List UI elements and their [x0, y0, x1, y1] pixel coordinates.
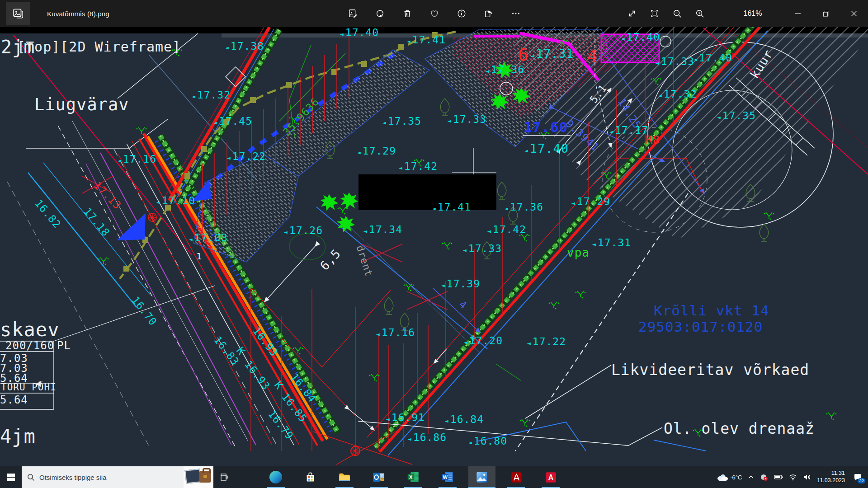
taskbar-app-acrobat[interactable] — [503, 466, 530, 488]
search-input[interactable]: Otsimiseks tippige siia — [22, 466, 213, 488]
drawing-label: ◄17.29 — [357, 145, 396, 157]
drawing-label: ◄17.26 — [284, 225, 323, 236]
drawing-label: ◄17.03 — [189, 232, 228, 244]
drawing-label: ◄17.42 — [399, 160, 438, 172]
share-button[interactable] — [481, 5, 497, 22]
drawing-label: ◄17.40 — [621, 31, 660, 43]
drawing-label: ◄17.39 — [441, 278, 480, 290]
briefcase-image — [199, 471, 211, 483]
rotate-icon — [375, 9, 385, 19]
sync-status-tray-icon[interactable] — [760, 473, 768, 481]
info-button[interactable] — [453, 5, 470, 22]
taskbar-app-word[interactable]: W — [434, 466, 461, 488]
excel-icon: X — [407, 471, 420, 483]
windows-logo-icon — [7, 474, 15, 481]
trash-icon — [402, 9, 412, 19]
battery-tray-icon[interactable] — [774, 474, 783, 480]
info-icon — [457, 9, 467, 19]
task-view-button[interactable] — [213, 466, 235, 488]
zoom-in-button[interactable] — [692, 5, 708, 22]
zoom-level[interactable]: 161% — [736, 0, 769, 27]
weather-widget[interactable]: -6°C — [717, 472, 742, 482]
drawing-label: skaev — [0, 319, 59, 341]
drawing-label: ◄17.31 — [592, 237, 631, 249]
photos-app-icon[interactable] — [6, 2, 30, 25]
taskbar-app-excel[interactable]: X — [400, 466, 427, 488]
drawing-label: 29503:017:0120 — [638, 319, 763, 335]
battery-icon — [774, 474, 783, 480]
speaker-icon — [803, 474, 811, 481]
taskbar-app-file-explorer[interactable] — [331, 466, 358, 488]
drawing-label: ◄17.22 — [227, 150, 266, 162]
drawing-label: ◄16.80 — [468, 435, 507, 447]
restore-icon — [823, 10, 830, 17]
rotate-button[interactable] — [372, 5, 388, 22]
drawing-label: ◄17.40 — [340, 27, 379, 38]
action-center-button[interactable]: 22 — [851, 470, 864, 484]
drawing-label: ◄17.16 — [376, 327, 415, 338]
notification-count-badge: 22 — [858, 478, 865, 483]
sync-error-icon — [760, 473, 768, 481]
drawing-label: 1 — [196, 251, 202, 262]
delete-button[interactable] — [399, 5, 415, 22]
wifi-icon — [789, 474, 797, 481]
weather-cloud-icon — [717, 472, 728, 482]
drawing-label: 6 — [518, 45, 529, 65]
drawing-label: ◄17.10 — [156, 195, 195, 206]
hidden-icons-chevron[interactable] — [748, 474, 754, 480]
acrobat-icon — [510, 471, 523, 483]
expand-icon — [627, 9, 637, 19]
favorite-button[interactable] — [426, 5, 443, 22]
minimize-button[interactable] — [784, 0, 812, 27]
drawing-label: Krõlli vkt 14 — [654, 302, 769, 319]
temperature-label: -6°C — [730, 474, 742, 481]
clock-time: 11:31 — [831, 470, 845, 477]
search-placeholder: Otsimiseks tippige siia — [39, 474, 106, 481]
close-button[interactable] — [840, 0, 868, 27]
volume-tray-icon[interactable] — [803, 474, 811, 481]
drawing-label: ◄17.34 — [363, 224, 402, 235]
drawing-label: ◄17.40 — [524, 141, 569, 155]
taskbar-app-edge[interactable] — [262, 466, 289, 488]
fullscreen-button[interactable] — [624, 5, 640, 22]
taskbar-app-store[interactable] — [297, 466, 324, 488]
taskbar-app-photos[interactable] — [468, 466, 495, 488]
start-button[interactable] — [0, 466, 22, 488]
drawing-label: 16.82 — [33, 197, 63, 231]
taskbar-app-autocad[interactable]: A — [537, 466, 564, 488]
search-promo-image[interactable] — [184, 466, 213, 488]
drawing-label: ◄17.35 — [382, 115, 421, 127]
edit-image-button[interactable] — [345, 5, 361, 22]
windows-taskbar: Otsimiseks tippige siia — [0, 466, 868, 488]
svg-text:X: X — [409, 474, 413, 480]
drawing-label: ◄17.40 — [693, 52, 732, 64]
fit-to-window-button[interactable] — [646, 5, 663, 22]
photos-app-taskbar-icon — [476, 471, 488, 483]
edge-icon — [269, 471, 282, 483]
store-icon — [304, 471, 316, 483]
svg-text:A: A — [548, 474, 553, 481]
drawing-label: ◄17.33 — [656, 56, 694, 67]
taskbar-app-outlook[interactable] — [365, 466, 392, 488]
drawing-label: 16.93 — [242, 358, 272, 392]
drawing-label: ◄16.91 — [386, 412, 425, 423]
drawing-label: ◄17.33 — [448, 113, 486, 125]
photos-app-titlebar: Kuvatõmmis (8).png — [0, 0, 868, 27]
drawing-label: 4jm — [0, 425, 36, 447]
restore-button[interactable] — [812, 0, 840, 27]
network-tray-icon[interactable] — [789, 474, 797, 481]
laptop-image — [185, 469, 202, 483]
drawing-label: 17.60 — [524, 119, 568, 135]
drawing-label: ◄17.29 — [571, 196, 610, 207]
drawing-label: ◄17.31 — [531, 47, 574, 61]
heart-icon — [429, 9, 439, 19]
more-options-button[interactable] — [508, 5, 524, 22]
drawing-label: ◄17.35 — [717, 110, 756, 122]
drawing-label: ◄17.32 — [192, 89, 231, 101]
photo-canvas[interactable]: 2jm[Top][2D Wireframe]Liugväravskaev200/… — [0, 27, 868, 466]
drawing-label: 200/160 — [5, 339, 54, 352]
drawing-label: ◄17.42 — [487, 224, 526, 235]
zoom-out-button[interactable] — [669, 5, 685, 22]
taskbar-clock[interactable]: 11:31 11.03.2023 — [817, 470, 845, 484]
drawing-label: ◄17.45 — [213, 115, 252, 127]
